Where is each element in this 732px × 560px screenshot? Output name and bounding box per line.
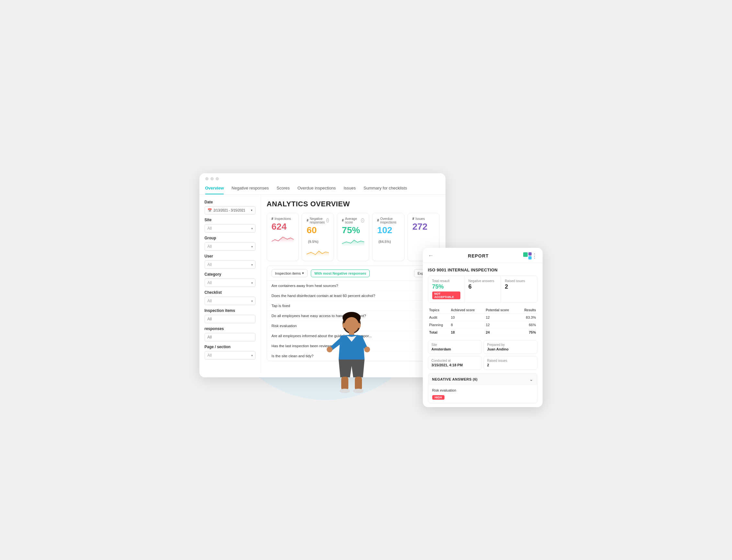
user-label: User — [205, 254, 256, 258]
stat-card-average: # Average score i 75% — [337, 213, 369, 261]
total-topic: Total — [428, 328, 450, 336]
window-dot-1 — [205, 177, 209, 180]
site-select-wrap: All ▾ — [205, 224, 256, 233]
prepared-by-value: Juan Andino — [487, 347, 534, 351]
negative-answers-header[interactable]: NEGATIVE ANSWERS (6) ⌄ — [428, 373, 537, 385]
date-input[interactable]: 📅 2/13/2021 - 3/15/2021 ▾ — [205, 206, 256, 214]
total-result-value: 75% — [432, 283, 460, 290]
raised-issues-label: Raised issues — [505, 279, 533, 283]
sort-most-negative-btn[interactable]: With most Negative responses — [311, 269, 370, 277]
achieved-col-header: Achieved score — [449, 307, 484, 314]
tab-overview[interactable]: Overview — [205, 182, 224, 194]
report-panel: ← REPORT ⋮ ISO 9001 INTERNAL INSPECTION … — [423, 248, 543, 407]
raised-issues-value: 2 — [505, 283, 533, 290]
negative-label: # Negative responses i — [307, 217, 329, 224]
date-value: 2/13/2021 - 3/15/2021 — [214, 209, 246, 212]
negative-answers-stat: Negative answers 6 — [464, 276, 501, 303]
group-select-wrap: All ▾ — [205, 242, 256, 251]
inspection-items-label: Inspection items — [205, 308, 256, 313]
tab-negative-responses[interactable]: Negative responses — [232, 182, 269, 194]
chevron-icon: ▾ — [251, 209, 253, 212]
svg-point-10 — [343, 323, 346, 328]
planning-potential: 12 — [484, 321, 518, 328]
category-label: Category — [205, 272, 256, 277]
report-info-grid: Site Amsterdam Prepared by Juan Andino C… — [428, 340, 537, 370]
planning-topic: Planning — [428, 321, 450, 328]
topics-table: Topics Achieved score Potential score Re… — [428, 307, 537, 336]
planning-achieved: 8 — [449, 321, 484, 328]
group-label: Group — [205, 236, 256, 240]
negative-sparkline — [307, 246, 329, 258]
window-dot-3 — [216, 177, 219, 180]
total-achieved: 18 — [449, 328, 484, 336]
site-info-label: Site — [431, 343, 478, 347]
table-row: Are containers away from heat sources? 1 — [267, 281, 439, 291]
topics-row-planning: Planning 8 12 66% — [428, 321, 537, 328]
audit-potential: 12 — [484, 314, 518, 321]
stat-card-overdue: # Overdue inspections 102 (84.5%) — [372, 213, 404, 261]
svg-point-9 — [353, 389, 364, 393]
svg-rect-6 — [341, 377, 349, 390]
report-stats-row: Total resault 75% NOT ACCEPTABLE Negativ… — [428, 276, 537, 303]
total-result-label: Total resault — [432, 279, 460, 283]
raised-issues-info-value: 2 — [487, 363, 534, 367]
back-button[interactable]: ← — [428, 252, 434, 259]
negative-answers-chevron: ⌄ — [529, 377, 533, 382]
prepared-by-label: Prepared by — [487, 343, 534, 347]
responses-input[interactable] — [205, 333, 256, 341]
sidebar: Date 📅 2/13/2021 - 3/15/2021 ▾ Site All … — [200, 195, 261, 373]
prepared-by-info: Prepared by Juan Andino — [484, 340, 537, 354]
topics-col-header: Topics — [428, 307, 450, 314]
overdue-value: 102 (84.5%) — [377, 225, 399, 246]
stat-card-inspections: # Inspections 624 — [267, 213, 299, 261]
site-label: Site — [205, 218, 256, 222]
category-select[interactable]: All — [205, 279, 256, 287]
total-potential: 24 — [484, 328, 518, 336]
conducted-at-value: 3/15/2021, 4:18 PM — [431, 363, 478, 367]
negative-value: 60 (9.5%) — [307, 225, 329, 246]
risk-badge: HIGH — [432, 395, 445, 400]
table-row: Does the hand disinfectant contain at le… — [267, 291, 439, 301]
report-logo — [523, 252, 532, 259]
filter-inspection-items-btn[interactable]: Inspection items ▾ — [272, 269, 308, 277]
stat-cards: # Inspections 624 — [267, 213, 440, 261]
issues-label: # Issues — [412, 217, 435, 221]
more-menu-button[interactable]: ⋮ — [532, 252, 537, 259]
svg-rect-7 — [355, 377, 362, 390]
raised-issues-stat: Raised issues 2 — [501, 276, 537, 303]
analytics-title: ANALYTICS OVERVIEW — [267, 200, 440, 208]
report-body: ISO 9001 INTERNAL INSPECTION Total resau… — [423, 263, 543, 403]
negative-answers-title: NEGATIVE ANSWERS (6) — [432, 377, 478, 381]
issues-value: 272 — [412, 222, 435, 232]
logo-purple-sq — [528, 252, 532, 256]
page-section-select-wrap: All ▾ — [205, 351, 256, 360]
average-info-icon: i — [361, 218, 364, 223]
negative-answers-section: NEGATIVE ANSWERS (6) ⌄ Risk evaluation H… — [428, 373, 537, 403]
total-result: 75% — [518, 328, 537, 336]
checklist-select[interactable]: All — [205, 297, 256, 305]
conducted-at-info: Conducted at 3/15/2021, 4:18 PM — [428, 356, 482, 370]
report-title: REPORT — [434, 253, 523, 258]
audit-topic: Audit — [428, 314, 450, 321]
tab-issues[interactable]: Issues — [344, 182, 356, 194]
tab-scores[interactable]: Scores — [277, 182, 290, 194]
topics-row-audit: Audit 10 12 83.3% — [428, 314, 537, 321]
audit-achieved: 10 — [449, 314, 484, 321]
main-window: Overview Negative responses Scores Overd… — [200, 173, 445, 377]
group-select[interactable]: All — [205, 242, 256, 251]
nav-tabs: Overview Negative responses Scores Overd… — [200, 182, 445, 195]
inspections-sparkline — [272, 233, 294, 245]
page-section-select[interactable]: All — [205, 351, 256, 360]
overdue-label: # Overdue inspections — [377, 217, 399, 224]
category-select-wrap: All ▾ — [205, 279, 256, 287]
site-info: Site Amsterdam — [428, 340, 482, 354]
svg-point-11 — [358, 323, 361, 328]
topics-row-total: Total 18 24 75% — [428, 328, 537, 336]
inspection-items-input[interactable] — [205, 315, 256, 323]
tab-overdue-inspections[interactable]: Overdue inspections — [298, 182, 336, 194]
logo-blue-sq — [528, 256, 532, 259]
site-select[interactable]: All — [205, 224, 256, 233]
inspections-value: 624 — [272, 222, 294, 232]
tab-summary-checklists[interactable]: Summary for checklists — [364, 182, 407, 194]
user-select[interactable]: All — [205, 260, 256, 269]
